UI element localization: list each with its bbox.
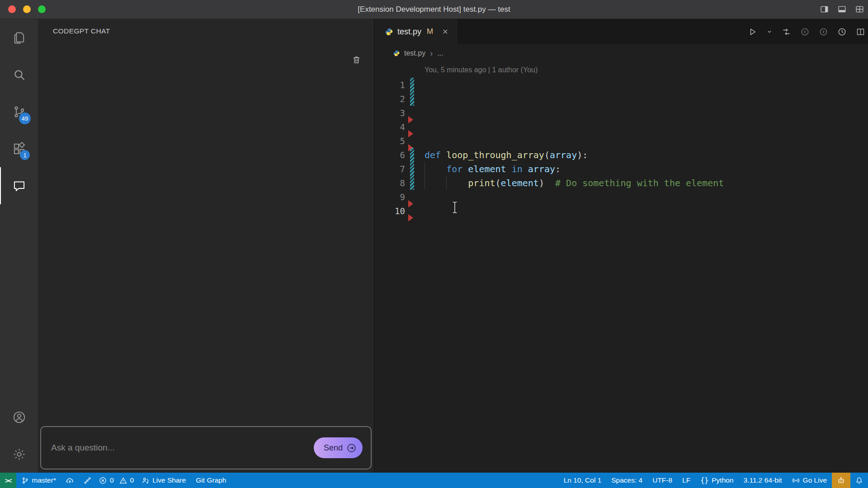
chevron-right-icon: ›	[430, 49, 433, 58]
toggle-panel-icon[interactable]	[837, 5, 847, 14]
sidebar-header: CODEGPT CHAT	[38, 19, 374, 43]
activity-item-extensions[interactable]: 1	[0, 130, 38, 167]
send-button[interactable]: Send	[314, 437, 363, 458]
toggle-secondary-sidebar-icon[interactable]	[820, 5, 829, 14]
cloud-upload-icon	[66, 477, 74, 484]
gutter[interactable]	[405, 190, 425, 204]
status-graph-status[interactable]	[79, 473, 96, 488]
timeline-icon[interactable]	[837, 27, 847, 37]
split-editor-icon[interactable]	[856, 27, 865, 37]
code-line-8[interactable]: 8 print(element) # Do something with the…	[374, 176, 868, 190]
activity-item-explorer[interactable]	[0, 19, 38, 56]
code-line-10[interactable]: 10	[374, 204, 868, 218]
chat-input-container: Send	[40, 426, 372, 469]
python-icon	[393, 50, 400, 56]
status-label: Python	[712, 476, 733, 484]
gutter[interactable]	[405, 204, 425, 218]
line-number: 2	[374, 94, 405, 104]
send-arrow-icon	[347, 443, 356, 453]
next-change-icon[interactable]	[819, 27, 828, 37]
activity-item-accounts[interactable]	[0, 399, 38, 436]
activity-item-settings[interactable]	[0, 436, 38, 473]
code-line-3[interactable]: 3	[374, 106, 868, 120]
close-window-button[interactable]	[8, 5, 16, 13]
gutter-modified-indicator	[410, 92, 414, 106]
bell-icon	[855, 477, 863, 484]
status-error-count[interactable]: 0	[96, 473, 117, 488]
code-text: def loop_through_array(array):	[425, 150, 588, 160]
send-label: Send	[324, 443, 343, 453]
breadcrumb-collapsed[interactable]: ...	[437, 49, 443, 57]
error-icon	[99, 477, 107, 484]
status-publish-changes[interactable]	[61, 473, 79, 488]
tab-test-py[interactable]: test.py M	[374, 19, 457, 44]
gitlens-annotation[interactable]: You, 5 minutes ago | 1 author (You)	[374, 62, 868, 78]
status-bar-left: ><master*00Live ShareGit Graph	[0, 473, 231, 488]
status-warning-count[interactable]: 0	[117, 473, 137, 488]
activity-item-codegpt-chat[interactable]	[0, 167, 38, 204]
gutter[interactable]	[405, 134, 425, 148]
minimize-window-button[interactable]	[23, 5, 31, 13]
open-changes-icon[interactable]	[782, 27, 791, 37]
robot-icon	[837, 477, 845, 484]
code-line-7[interactable]: 7 for element in array:	[374, 162, 868, 176]
close-tab-icon[interactable]	[441, 28, 449, 36]
line-number: 5	[374, 136, 405, 146]
status-eol[interactable]: LF	[677, 473, 695, 488]
remote-icon: ><	[5, 477, 11, 484]
status-label: Spaces: 4	[611, 476, 642, 484]
status-go-live[interactable]: Go Live	[787, 473, 832, 488]
status-remote-indicator[interactable]: ><	[0, 473, 16, 488]
status-label: 0	[110, 476, 114, 484]
gutter[interactable]	[405, 176, 425, 190]
activity-bar-top: 491	[0, 19, 38, 204]
code-line-6[interactable]: 6def loop_through_array(array):	[374, 148, 868, 162]
gutter[interactable]	[405, 120, 425, 134]
gutter[interactable]	[405, 106, 425, 120]
titlebar: [Extension Development Host] test.py — t…	[0, 0, 868, 19]
status-label: Ln 10, Col 1	[564, 476, 602, 484]
gutter[interactable]	[405, 78, 425, 92]
breadcrumb[interactable]: test.py › ...	[374, 44, 868, 62]
line-number: 6	[374, 150, 405, 160]
activity-bar: 491	[0, 19, 38, 473]
code-area[interactable]: You, 5 minutes ago | 1 author (You) 1234…	[374, 62, 868, 473]
badge-count: 49	[19, 113, 31, 124]
badge-count: 1	[20, 150, 30, 160]
line-number: 10	[374, 206, 405, 216]
status-label: Git Graph	[196, 476, 226, 484]
run-dropdown-icon[interactable]	[766, 28, 773, 35]
status-indentation[interactable]: Spaces: 4	[606, 473, 647, 488]
status-notifications[interactable]	[850, 473, 868, 488]
status-codegpt-status[interactable]	[832, 473, 850, 488]
breadcrumb-file[interactable]: test.py	[404, 49, 425, 57]
status-git-branch[interactable]: master*	[16, 473, 61, 488]
gutter[interactable]	[405, 162, 425, 176]
clear-chat-button[interactable]	[352, 55, 361, 65]
code-line-1[interactable]: 1	[374, 78, 868, 92]
status-encoding[interactable]: UTF-8	[647, 473, 677, 488]
status-language-mode[interactable]: {}Python	[695, 473, 738, 488]
status-live-share[interactable]: Live Share	[137, 473, 191, 488]
line-number: 4	[374, 122, 405, 132]
status-git-graph[interactable]: Git Graph	[191, 473, 231, 488]
previous-change-icon[interactable]	[800, 27, 810, 37]
status-cursor-position[interactable]: Ln 10, Col 1	[559, 473, 607, 488]
zoom-window-button[interactable]	[38, 5, 46, 13]
activity-item-source-control[interactable]: 49	[0, 93, 38, 130]
code-line-9[interactable]: 9	[374, 190, 868, 204]
indent-guide	[425, 162, 425, 176]
status-python-interpreter[interactable]: 3.11.2 64-bit	[739, 473, 787, 488]
activity-bar-bottom	[0, 399, 38, 473]
status-bar: ><master*00Live ShareGit Graph Ln 10, Co…	[0, 473, 868, 488]
customize-layout-icon[interactable]	[855, 5, 864, 14]
code-line-5[interactable]: 5	[374, 134, 868, 148]
code-line-2[interactable]: 2	[374, 92, 868, 106]
gutter[interactable]	[405, 92, 425, 106]
run-python-file-icon[interactable]	[748, 27, 757, 37]
activity-item-search[interactable]	[0, 56, 38, 93]
line-number: 8	[374, 178, 405, 188]
chat-question-input[interactable]	[51, 443, 308, 453]
code-line-4[interactable]: 4	[374, 120, 868, 134]
gutter[interactable]	[405, 148, 425, 162]
